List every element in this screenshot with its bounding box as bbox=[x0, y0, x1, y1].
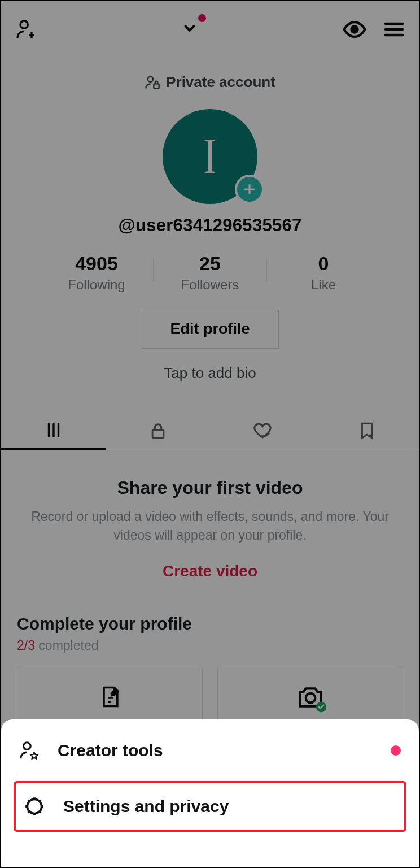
complete-progress: 2/3 completed bbox=[17, 638, 403, 653]
create-video-link[interactable]: Create video bbox=[26, 562, 394, 580]
avatar-letter: I bbox=[203, 127, 216, 186]
hamburger-menu-icon[interactable] bbox=[383, 18, 405, 41]
stat-following-label: Following bbox=[40, 277, 153, 293]
menu-creator-tools-dot bbox=[391, 745, 401, 756]
menu-creator-tools-label: Creator tools bbox=[58, 741, 163, 760]
feed-icon bbox=[44, 420, 63, 440]
add-avatar-button[interactable] bbox=[235, 175, 264, 204]
svg-rect-12 bbox=[152, 430, 164, 438]
person-star-icon bbox=[18, 740, 40, 761]
edit-note-icon bbox=[98, 684, 123, 709]
menu-creator-tools[interactable]: Creator tools bbox=[1, 725, 419, 776]
bio-hint[interactable]: Tap to add bio bbox=[1, 364, 419, 382]
menu-settings-privacy-label: Settings and privacy bbox=[63, 797, 229, 816]
stat-likes[interactable]: 0 Like bbox=[267, 253, 380, 293]
notification-dot bbox=[198, 14, 206, 22]
edit-profile-button[interactable]: Edit profile bbox=[142, 310, 279, 349]
bookmark-hidden-icon bbox=[357, 421, 377, 440]
gear-icon bbox=[24, 796, 45, 817]
add-friends-icon[interactable] bbox=[15, 18, 37, 41]
stat-following[interactable]: 4905 Following bbox=[40, 253, 153, 293]
username[interactable]: @user6341296535567 bbox=[1, 215, 419, 236]
empty-title: Share your first video bbox=[26, 478, 394, 498]
private-account-text: Private account bbox=[166, 73, 275, 91]
tab-private[interactable] bbox=[106, 411, 210, 450]
stat-likes-label: Like bbox=[267, 277, 380, 293]
stat-followers[interactable]: 25 Followers bbox=[154, 253, 266, 293]
complete-fraction: 2/3 bbox=[17, 638, 35, 653]
profile-tabs bbox=[1, 411, 419, 450]
account-switcher[interactable] bbox=[181, 20, 198, 39]
tab-feed[interactable] bbox=[1, 411, 106, 450]
stat-following-value: 4905 bbox=[40, 253, 153, 275]
svg-point-13 bbox=[305, 693, 315, 702]
svg-point-15 bbox=[24, 743, 31, 750]
heart-hidden-icon bbox=[252, 420, 273, 441]
lock-icon bbox=[148, 421, 168, 440]
svg-point-17 bbox=[32, 804, 37, 809]
empty-state: Share your first video Record or upload … bbox=[1, 450, 419, 601]
stat-likes-value: 0 bbox=[267, 253, 380, 275]
menu-sheet: Creator tools Settings and privacy bbox=[1, 719, 419, 867]
stat-followers-value: 25 bbox=[154, 253, 266, 275]
empty-subtitle: Record or upload a video with effects, s… bbox=[26, 507, 394, 545]
tab-liked[interactable] bbox=[210, 411, 314, 450]
complete-suffix: completed bbox=[35, 638, 99, 653]
eye-icon[interactable] bbox=[342, 17, 367, 42]
divider bbox=[16, 776, 404, 776]
avatar-section: I bbox=[1, 109, 419, 204]
person-lock-icon bbox=[145, 75, 160, 90]
tab-saved[interactable] bbox=[314, 411, 419, 450]
svg-point-1 bbox=[352, 27, 358, 33]
check-badge-icon bbox=[316, 701, 327, 713]
stats-row: 4905 Following 25 Followers 0 Like bbox=[1, 253, 419, 293]
complete-title: Complete your profile bbox=[17, 614, 403, 633]
svg-rect-6 bbox=[154, 84, 159, 88]
highlighted-menu-item: Settings and privacy bbox=[14, 781, 406, 832]
top-bar bbox=[1, 1, 419, 58]
menu-settings-privacy[interactable]: Settings and privacy bbox=[16, 783, 404, 830]
private-account-label: Private account bbox=[1, 58, 419, 105]
plus-icon bbox=[242, 182, 257, 197]
svg-point-0 bbox=[20, 21, 28, 28]
stat-followers-label: Followers bbox=[154, 277, 266, 293]
svg-point-5 bbox=[148, 76, 153, 81]
